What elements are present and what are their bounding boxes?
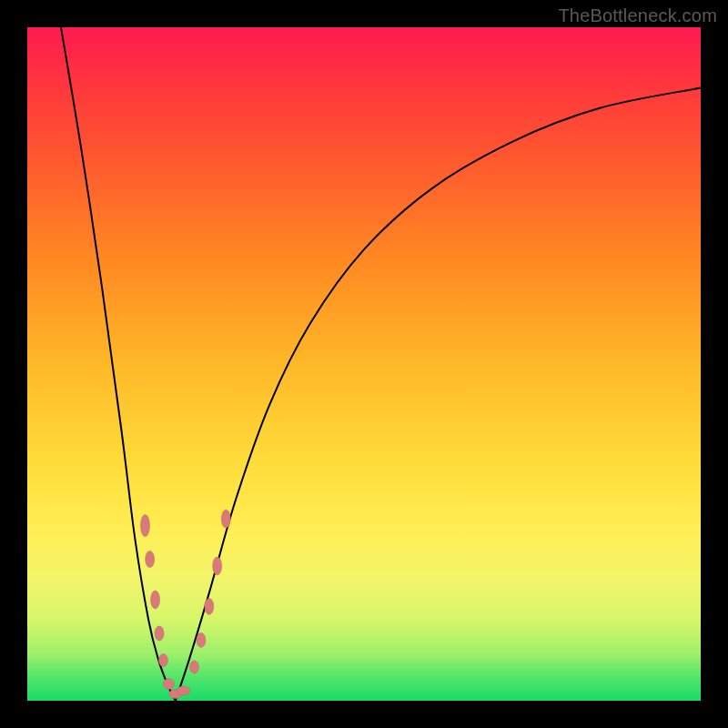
data-marker [163,679,174,690]
data-marker [158,654,167,667]
data-marker [151,591,160,609]
right-branch-curve [176,88,701,701]
data-marker [213,557,222,575]
data-marker [197,632,206,647]
data-marker [155,626,164,641]
chart-frame: TheBottleneck.com [0,0,728,728]
attribution-text: TheBottleneck.com [558,5,717,26]
data-marker [141,515,150,537]
data-marker [221,510,230,528]
data-marker [190,661,199,673]
data-marker [205,598,214,614]
chart-svg [27,27,701,701]
data-marker [177,686,190,695]
data-marker [146,551,155,568]
